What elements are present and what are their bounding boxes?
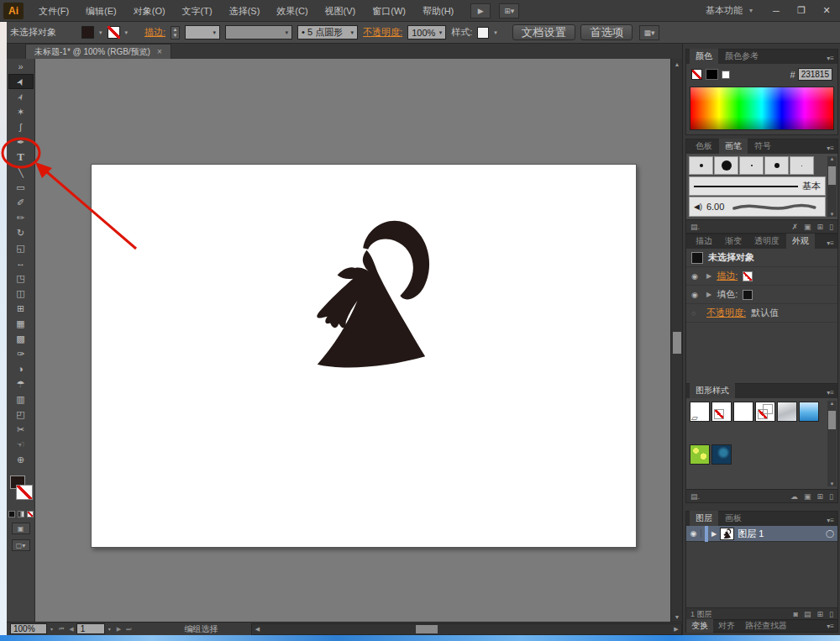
gradient-mode-icon[interactable] (18, 511, 24, 518)
color-spectrum[interactable] (690, 87, 834, 130)
pen-tool[interactable]: ✒ (8, 134, 34, 150)
layer-target-icon[interactable]: ◯ (826, 529, 834, 538)
last-artboard-icon[interactable]: ⏭ (126, 626, 131, 633)
delete-layer-icon[interactable]: ▯ (829, 610, 833, 618)
brush-libraries-icon[interactable]: ▤. (690, 223, 700, 231)
stroke-dropdown-icon[interactable]: ▾ (125, 29, 129, 36)
artboard-dropdown-icon[interactable]: ▾ (108, 626, 111, 632)
mesh-tool[interactable]: ▦ (8, 316, 34, 331)
delete-style-icon[interactable]: ▯ (829, 492, 833, 501)
tab-brushes[interactable]: 画笔 (719, 139, 748, 154)
shape-builder-tool[interactable]: ◫ (8, 286, 34, 301)
workspace-arrow-icon[interactable]: ▾ (749, 7, 753, 14)
selection-tool[interactable]: ➤ (8, 74, 34, 89)
style-no-fill[interactable] (711, 402, 732, 422)
brush-basic[interactable]: 基本 (689, 176, 826, 196)
fill-black-swatch[interactable] (743, 290, 753, 300)
tab-artboards[interactable]: 画板 (719, 511, 748, 526)
tab-symbols[interactable]: 符号 (748, 139, 777, 154)
style-navy-texture[interactable] (711, 444, 732, 465)
hand-tool[interactable]: ☜ (8, 437, 34, 452)
gradient-tool[interactable]: ▩ (8, 331, 34, 346)
restore-button[interactable]: ❐ (790, 3, 813, 19)
prev-artboard-icon[interactable]: ◀ (69, 626, 73, 633)
brush-calligraphic[interactable]: ◀) 6.00 (689, 197, 826, 217)
fill-label[interactable]: 填色: (717, 288, 738, 301)
type-tool[interactable]: T (8, 150, 34, 165)
tab-align[interactable]: 对齐 (713, 619, 740, 633)
tab-graphic-styles[interactable]: 图形样式 (690, 383, 735, 398)
color-mode-icon[interactable] (8, 511, 15, 518)
pencil-tool[interactable]: ✏ (8, 210, 34, 225)
close-button[interactable]: ✕ (815, 3, 838, 19)
perspective-grid-tool[interactable]: ⊞ (8, 301, 34, 316)
stroke-link[interactable]: 描边: (144, 26, 165, 39)
tab-color[interactable]: 颜色 (690, 49, 718, 64)
layer-name[interactable]: 图层 1 (738, 528, 764, 540)
document-setup-button[interactable]: 文档设置 (512, 24, 575, 40)
scroll-thumb[interactable] (828, 411, 836, 429)
paintbrush-tool[interactable]: ✐ (8, 195, 34, 210)
rectangle-tool[interactable]: ▭ (8, 180, 34, 195)
panel-menu-icon[interactable]: ▾≡ (823, 621, 837, 632)
menu-item-1[interactable]: 编辑(E) (77, 0, 125, 22)
bridge-icon[interactable]: ▶ (470, 3, 491, 18)
goat-logo-artwork[interactable] (297, 208, 440, 389)
zoom-tool[interactable]: ⊕ (8, 452, 34, 467)
new-style-icon[interactable]: ⊞ (817, 492, 824, 501)
calligraphic-brush-0[interactable] (689, 156, 713, 175)
scroll-thumb[interactable] (828, 166, 836, 185)
style-silver[interactable] (777, 402, 797, 422)
column-graph-tool[interactable]: ▥ (8, 391, 34, 407)
calligraphic-brush-1[interactable] (714, 156, 738, 175)
canvas-area[interactable] (35, 59, 670, 622)
stroke-none-swatch[interactable] (743, 271, 753, 281)
calligraphic-brush-3[interactable] (764, 156, 789, 175)
menu-item-2[interactable]: 对象(O) (125, 0, 174, 22)
preferences-button[interactable]: 首选项 (580, 24, 633, 40)
new-sublayer-icon[interactable]: ▤ (804, 610, 811, 618)
hex-input[interactable]: 231815 (798, 68, 832, 81)
eyedropper-tool[interactable]: ✑ (8, 346, 34, 361)
artboard-number-input[interactable]: 1 (76, 623, 105, 634)
new-brush-icon[interactable]: ⊞ (817, 223, 824, 231)
lasso-tool[interactable]: ʃ (8, 119, 34, 134)
expand-icon[interactable]: ▶ (706, 291, 711, 298)
calligraphic-brush-2[interactable] (739, 156, 764, 175)
artboard-tool[interactable]: ◰ (8, 407, 34, 422)
scroll-down-icon[interactable]: ▼ (671, 612, 683, 622)
scroll-down-icon[interactable]: ▼ (827, 481, 837, 486)
menu-item-5[interactable]: 效果(C) (268, 0, 316, 22)
tab-transform[interactable]: 变换 (686, 619, 713, 633)
opacity-link[interactable]: 不透明度: (706, 307, 746, 319)
panel-menu-icon[interactable]: ▾≡ (823, 53, 837, 64)
menu-item-6[interactable]: 视图(V) (317, 0, 365, 22)
visibility-eye-icon[interactable]: ◉ (691, 272, 701, 281)
layer-visibility-eye-icon[interactable]: ◉ (686, 529, 701, 538)
break-link-icon[interactable]: ▣ (804, 492, 811, 501)
menu-item-4[interactable]: 选择(S) (221, 0, 269, 22)
opacity-link[interactable]: 不透明度: (363, 26, 402, 39)
stroke-link[interactable]: 描边: (717, 270, 738, 282)
appearance-stroke-row[interactable]: ◉ ▶ 描边: (686, 267, 837, 286)
library-menu-icon[interactable]: ☁ (790, 492, 798, 501)
layer-row[interactable]: ◉ ▶ 图层 1 ◯ (686, 526, 837, 542)
stroke-weight-select[interactable]: ▾ (185, 25, 220, 39)
remove-brush-icon[interactable]: ✗ (791, 223, 798, 231)
style-swatch[interactable] (477, 27, 489, 39)
panel-menu-icon[interactable]: ▾≡ (823, 143, 837, 154)
scroll-up-icon[interactable]: ▲ (671, 59, 683, 69)
horizontal-scroll-thumb[interactable] (416, 625, 438, 633)
stroke-swatch[interactable] (108, 26, 120, 39)
menu-item-7[interactable]: 窗口(W) (364, 0, 414, 22)
menu-item-0[interactable]: 文件(F) (30, 0, 77, 22)
delete-brush-icon[interactable]: ▯ (829, 223, 833, 231)
document-tab[interactable]: 未标题-1* @ 100% (RGB/预览) × (25, 44, 171, 59)
scroll-right-icon[interactable]: ▶ (671, 624, 681, 634)
tab-transparency[interactable]: 透明度 (748, 234, 785, 249)
scroll-left-icon[interactable]: ◀ (252, 624, 262, 634)
fill-swatch[interactable] (81, 26, 94, 39)
line-segment-tool[interactable]: ╲ (8, 165, 34, 180)
slice-tool[interactable]: ✂ (8, 422, 34, 437)
style-green-texture[interactable] (690, 444, 710, 465)
